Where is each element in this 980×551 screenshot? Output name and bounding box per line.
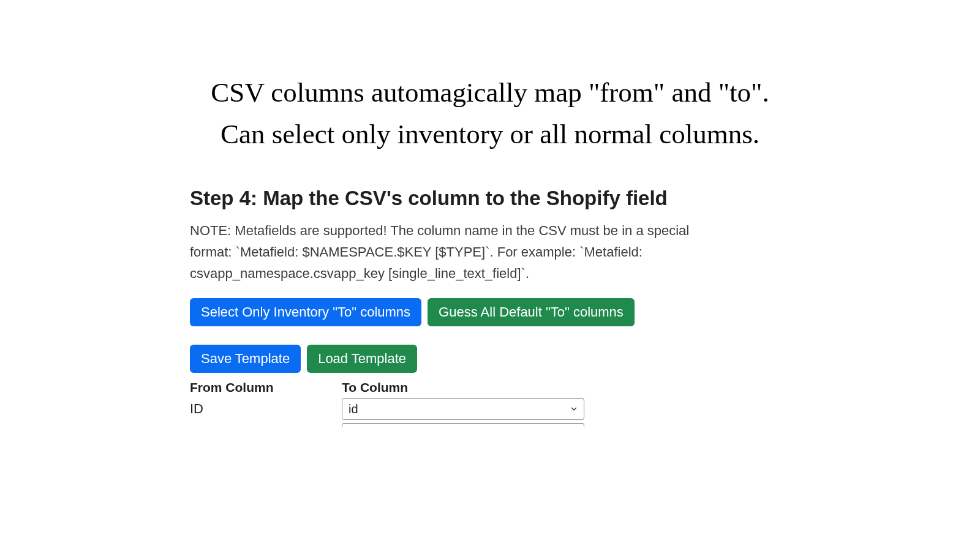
from-column-header: From Column xyxy=(190,378,342,397)
save-template-button[interactable]: Save Template xyxy=(190,345,301,373)
to-column-cell: id xyxy=(342,398,584,420)
caption-line-1: CSV columns automagically map "from" and… xyxy=(153,72,827,114)
select-only-inventory-button[interactable]: Select Only Inventory "To" columns xyxy=(190,298,421,326)
template-buttons: Save Template Load Template xyxy=(190,345,778,373)
from-column-value: ID xyxy=(190,397,342,421)
caption-line-2: Can select only inventory or all normal … xyxy=(153,114,827,156)
column-selection-buttons: Select Only Inventory "To" columns Guess… xyxy=(190,298,778,326)
next-row-peek xyxy=(342,423,584,427)
mapping-panel: Step 4: Map the CSV's column to the Shop… xyxy=(190,187,778,427)
guess-all-default-button[interactable]: Guess All Default "To" columns xyxy=(428,298,635,326)
load-template-button[interactable]: Load Template xyxy=(307,345,417,373)
to-column-select[interactable]: id xyxy=(342,398,584,420)
to-column-header: To Column xyxy=(342,378,408,397)
step-title: Step 4: Map the CSV's column to the Shop… xyxy=(190,187,778,210)
slide-caption: CSV columns automagically map "from" and… xyxy=(153,72,827,155)
mapping-table-header: From Column To Column xyxy=(190,378,778,397)
table-row: ID id xyxy=(190,397,778,421)
to-column-select-wrap: id xyxy=(342,398,584,420)
metafields-note: NOTE: Metafields are supported! The colu… xyxy=(190,220,698,285)
